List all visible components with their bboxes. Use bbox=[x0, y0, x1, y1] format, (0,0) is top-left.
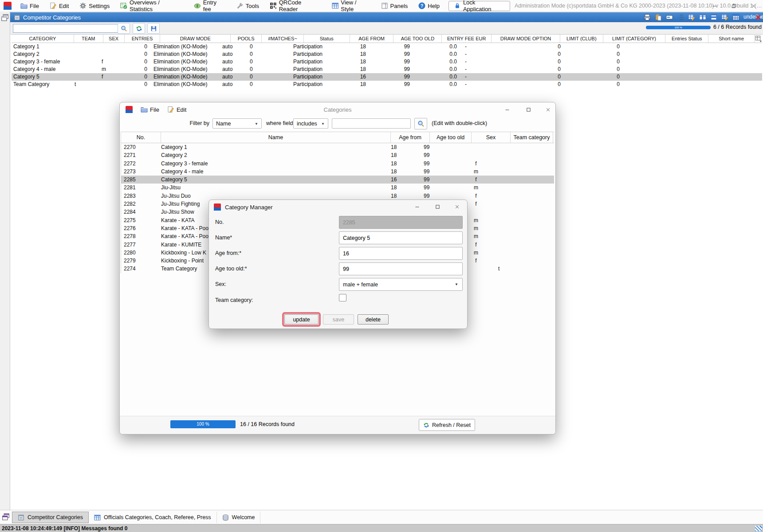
menu-item-view-style[interactable]: View / Style bbox=[326, 0, 376, 12]
cell-short-name bbox=[664, 73, 707, 81]
rows3-icon[interactable] bbox=[710, 14, 717, 21]
category-manager-titlebar[interactable]: Category Manager bbox=[209, 200, 467, 214]
menu-item-file[interactable]: File bbox=[15, 0, 44, 12]
dialog-close-button[interactable] bbox=[542, 104, 554, 115]
dialog-maximize-button[interactable] bbox=[432, 201, 443, 212]
menu-item-edit[interactable]: Edit bbox=[44, 0, 74, 12]
cell-draw-mode-option: - bbox=[460, 58, 525, 66]
search-button[interactable] bbox=[118, 23, 130, 34]
column-header-age-too-old[interactable]: Age too old bbox=[430, 132, 472, 143]
tab-welcome[interactable]: Welcome bbox=[217, 512, 261, 523]
field-icon[interactable] bbox=[666, 14, 673, 21]
table-row[interactable]: Category 5f0Elimination (KO-Mode)auto0Pa… bbox=[12, 73, 762, 81]
tableedit-icon[interactable] bbox=[721, 14, 728, 21]
filter-text-input[interactable] bbox=[332, 118, 411, 129]
column-header-entries-status[interactable]: Entries Status bbox=[665, 35, 708, 43]
filter-field-select[interactable]: Name ▼ bbox=[212, 118, 262, 129]
column-header-status[interactable]: Status bbox=[304, 35, 350, 43]
menu-item-qrcode-reader[interactable]: QRCode Reader bbox=[264, 0, 326, 12]
cell-entries-status bbox=[623, 58, 664, 66]
category-row[interactable]: 2285Category 51699f bbox=[121, 176, 554, 184]
lock-application-button[interactable]: Lock Application bbox=[448, 1, 510, 11]
cell-age-too-old: 99 bbox=[370, 43, 414, 51]
categories-dialog-titlebar[interactable]: FileEdit bbox=[120, 102, 555, 117]
column-header-short-name[interactable]: Short name bbox=[708, 35, 755, 43]
column-header-matches[interactable]: #MATCHES~ bbox=[262, 35, 304, 43]
save-button[interactable] bbox=[147, 23, 160, 34]
cell-team-category bbox=[496, 160, 535, 168]
category-row[interactable]: 2283Ju-Jitsu Duo1899f bbox=[121, 192, 554, 200]
filter-operator-select[interactable]: includes ▼ bbox=[293, 118, 328, 129]
category-row[interactable]: 2272Category 3 - female1899f bbox=[121, 160, 554, 168]
cascade-windows-icon[interactable] bbox=[1, 14, 9, 22]
column-header-team[interactable]: TEAM bbox=[74, 35, 103, 43]
column-header-team-category[interactable]: Team category bbox=[511, 132, 553, 143]
menu-item-settings[interactable]: Settings bbox=[74, 0, 115, 12]
print-icon[interactable] bbox=[644, 14, 651, 21]
category-row[interactable]: 2273Category 4 - male1899m bbox=[121, 168, 554, 176]
menu-item-entry-fee[interactable]: Entry fee bbox=[189, 0, 231, 12]
delete-button[interactable]: delete bbox=[358, 314, 389, 325]
age-too-old-input[interactable] bbox=[339, 262, 463, 275]
column-header-limit-club[interactable]: LIMIT (CLUB) bbox=[560, 35, 603, 43]
refresh-reset-button[interactable]: Refresh / Reset bbox=[419, 419, 475, 431]
bigtable-icon[interactable] bbox=[732, 14, 739, 21]
dialog-menu-edit[interactable]: Edit bbox=[165, 104, 189, 115]
column-header-name[interactable]: Name bbox=[161, 132, 391, 143]
quick-search-input[interactable] bbox=[13, 24, 118, 33]
team-category-checkbox[interactable] bbox=[339, 294, 346, 301]
table-row[interactable]: Category 20Elimination (KO-Mode)auto0Par… bbox=[12, 51, 762, 58]
cascade-windows-icon[interactable] bbox=[2, 513, 10, 521]
column-header-age-from[interactable]: Age from bbox=[391, 132, 430, 143]
menu-item-help[interactable]: ?Help bbox=[413, 0, 445, 12]
paste-icon[interactable] bbox=[655, 14, 662, 21]
tables2-icon[interactable] bbox=[699, 14, 706, 21]
restore-button[interactable] bbox=[724, 0, 743, 12]
tab-competitor-categories[interactable]: Competitor Categories bbox=[12, 512, 89, 523]
column-header-entry-fee-eur[interactable]: ENTRY FEE EUR bbox=[442, 35, 492, 43]
refresh-button[interactable] bbox=[133, 23, 145, 34]
dialog-minimize-button[interactable] bbox=[501, 104, 513, 115]
close-window-icon[interactable] bbox=[755, 14, 762, 21]
table-row[interactable]: Category 10Elimination (KO-Mode)auto0Par… bbox=[12, 43, 762, 51]
update-button[interactable]: update bbox=[284, 314, 319, 325]
category-row[interactable]: 2271Category 21899 bbox=[121, 151, 554, 159]
column-header-no[interactable]: No. bbox=[121, 132, 161, 143]
column-header-pools[interactable]: POOLS bbox=[231, 35, 262, 43]
table-row[interactable]: Category 3 - femalef0Elimination (KO-Mod… bbox=[12, 58, 762, 66]
sex-select[interactable]: male + female▼ bbox=[339, 278, 463, 291]
close-button[interactable] bbox=[743, 0, 763, 12]
menu-item-tools[interactable]: Tools bbox=[231, 0, 264, 12]
column-header-age-too-old[interactable]: AGE TOO OLD bbox=[393, 35, 442, 43]
dialog-close-button[interactable] bbox=[451, 201, 463, 212]
column-header-limit-category[interactable]: LIMIT (CATEGORY) bbox=[603, 35, 666, 43]
column-header-draw-mode[interactable]: DRAW MODE bbox=[160, 35, 231, 43]
table-row[interactable]: Team Categoryt0Elimination (KO-Mode)auto… bbox=[12, 81, 762, 88]
age-from-input[interactable] bbox=[339, 247, 463, 260]
column-header-sex[interactable]: Sex bbox=[472, 132, 511, 143]
dialog-maximize-button[interactable] bbox=[523, 104, 534, 115]
table-row[interactable]: Category 4 - malem0Elimination (KO-Mode)… bbox=[12, 66, 762, 73]
column-header-category[interactable]: CATEGORY bbox=[12, 35, 74, 43]
tableedit-icon[interactable] bbox=[688, 14, 695, 21]
minimize-button[interactable] bbox=[704, 0, 724, 12]
cascade-icon[interactable]: undefined bbox=[743, 14, 751, 21]
numlist-icon[interactable]: 123 bbox=[677, 14, 684, 21]
tab-officials-categories-coach-referee-press[interactable]: Officials Categories, Coach, Referee, Pr… bbox=[89, 512, 217, 523]
dialog-minimize-button[interactable] bbox=[411, 201, 423, 212]
menu-item-overviews-statistics[interactable]: Overviews / Statistics bbox=[115, 0, 189, 12]
document-titlebar[interactable]: Competitor Categories 123undefined bbox=[10, 12, 763, 22]
column-header-age-from[interactable]: AGE FROM bbox=[350, 35, 394, 43]
column-chooser-icon[interactable] bbox=[755, 35, 762, 43]
column-header-sex[interactable]: SEX bbox=[103, 35, 125, 43]
category-row[interactable]: 2281Jiu-Jitsu1899m bbox=[121, 184, 554, 192]
menu-item-panels[interactable]: Panels bbox=[376, 0, 413, 12]
dialog-menu-file[interactable]: File bbox=[138, 104, 162, 115]
cell-sex bbox=[456, 151, 496, 159]
resize-grip[interactable] bbox=[755, 526, 762, 531]
column-header-draw-mode-option[interactable]: DRAW MODE OPTION bbox=[492, 35, 560, 43]
category-row[interactable]: 2270Category 11899 bbox=[121, 143, 554, 151]
filter-search-button[interactable] bbox=[414, 118, 427, 129]
name-input[interactable] bbox=[339, 231, 463, 244]
column-header-entries[interactable]: ENTRIES bbox=[125, 35, 161, 43]
